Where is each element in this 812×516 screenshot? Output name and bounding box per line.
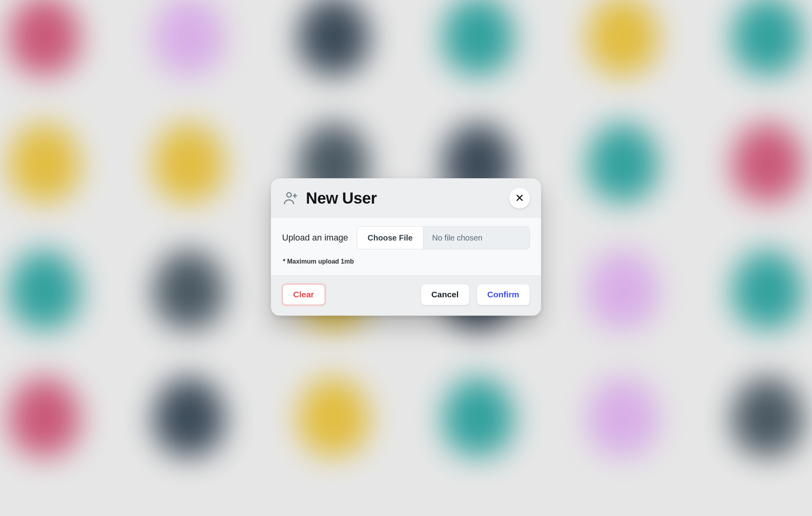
file-picker: Choose File No file chosen: [357, 226, 530, 249]
add-user-icon: [282, 190, 299, 206]
cancel-button[interactable]: Cancel: [421, 284, 470, 305]
confirm-button[interactable]: Confirm: [477, 284, 530, 305]
upload-note: * Maximum upload 1mb: [282, 249, 530, 272]
close-button[interactable]: [509, 188, 530, 208]
clear-button[interactable]: Clear: [282, 284, 325, 305]
modal-footer: Clear Cancel Confirm: [271, 275, 541, 316]
close-icon: [515, 193, 524, 203]
file-status-text: No file chosen: [423, 227, 530, 249]
upload-row: Upload an image Choose File No file chos…: [282, 226, 530, 249]
svg-point-0: [287, 193, 291, 197]
modal-header: New User: [271, 178, 541, 218]
modal-body: Upload an image Choose File No file chos…: [271, 218, 541, 275]
upload-label: Upload an image: [282, 233, 348, 243]
choose-file-button[interactable]: Choose File: [357, 227, 423, 249]
modal-title: New User: [306, 189, 502, 207]
new-user-modal: New User Upload an image Choose File No …: [271, 178, 541, 316]
